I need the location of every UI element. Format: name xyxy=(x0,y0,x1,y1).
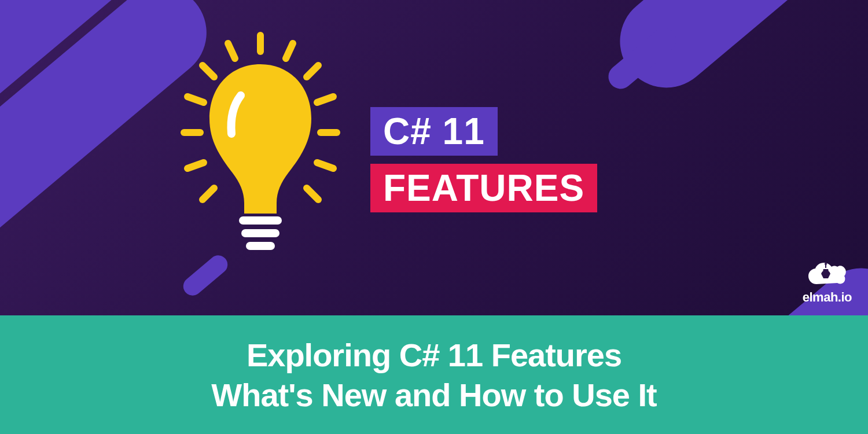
hero-section: C# 11 FEATURES elmah.io xyxy=(0,0,868,315)
title-line-1: Exploring C# 11 Features xyxy=(247,336,621,374)
svg-line-2 xyxy=(203,65,214,77)
title-line-2: What's New and How to Use It xyxy=(211,376,656,414)
svg-line-12 xyxy=(307,188,318,200)
version-badge: C# 11 xyxy=(370,107,498,156)
svg-line-3 xyxy=(187,97,204,102)
svg-point-18 xyxy=(821,269,823,272)
svg-line-9 xyxy=(317,97,333,102)
svg-line-6 xyxy=(203,188,214,200)
title-section: Exploring C# 11 Features What's New and … xyxy=(0,315,868,434)
svg-line-11 xyxy=(317,163,333,168)
features-badge: FEATURES xyxy=(370,164,597,212)
svg-line-5 xyxy=(187,163,204,168)
svg-line-1 xyxy=(228,43,235,58)
badge-group: C# 11 FEATURES xyxy=(370,107,597,212)
brand-logo: elmah.io xyxy=(803,262,852,305)
lightbulb-icon xyxy=(179,32,341,263)
svg-point-19 xyxy=(829,269,832,272)
svg-line-7 xyxy=(286,43,293,58)
brand-name: elmah.io xyxy=(803,290,852,305)
svg-rect-13 xyxy=(244,203,277,214)
svg-line-8 xyxy=(307,65,318,77)
promotional-banner: C# 11 FEATURES elmah.io Exploring C# 11 … xyxy=(0,0,868,434)
cloud-icon xyxy=(806,262,848,290)
svg-point-21 xyxy=(825,263,827,265)
